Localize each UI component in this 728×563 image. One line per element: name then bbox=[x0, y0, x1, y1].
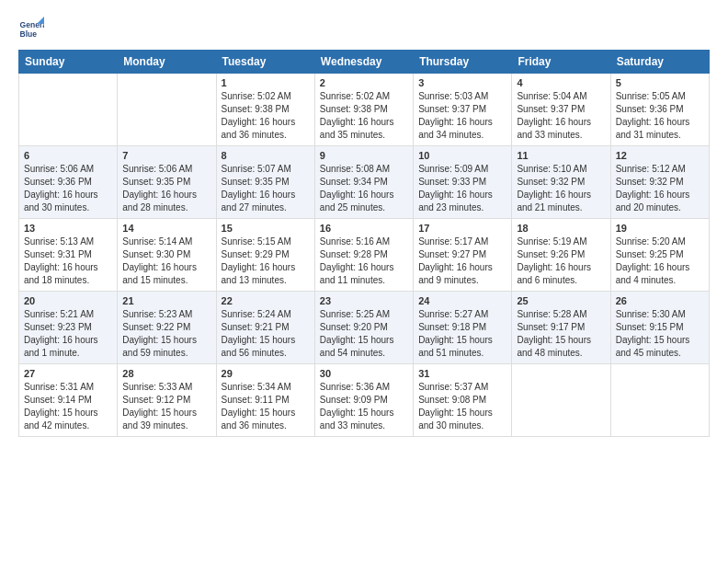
empty-cell bbox=[610, 364, 709, 437]
day-info: Sunrise: 5:34 AM Sunset: 9:11 PM Dayligh… bbox=[222, 381, 310, 432]
day-cell-2: 2Sunrise: 5:02 AM Sunset: 9:38 PM Daylig… bbox=[314, 74, 413, 146]
day-info: Sunrise: 5:06 AM Sunset: 9:36 PM Dayligh… bbox=[24, 163, 112, 214]
day-info: Sunrise: 5:16 AM Sunset: 9:28 PM Dayligh… bbox=[320, 236, 408, 287]
day-info: Sunrise: 5:09 AM Sunset: 9:33 PM Dayligh… bbox=[418, 163, 506, 214]
day-number: 22 bbox=[222, 295, 310, 306]
col-header-wednesday: Wednesday bbox=[314, 51, 413, 74]
day-cell-7: 7Sunrise: 5:06 AM Sunset: 9:35 PM Daylig… bbox=[118, 146, 216, 219]
day-number: 16 bbox=[320, 223, 408, 234]
page: General Blue SundayMondayTuesdayWednesda… bbox=[0, 0, 728, 563]
day-cell-14: 14Sunrise: 5:14 AM Sunset: 9:30 PM Dayli… bbox=[118, 219, 216, 292]
day-cell-6: 6Sunrise: 5:06 AM Sunset: 9:36 PM Daylig… bbox=[19, 146, 118, 219]
day-cell-16: 16Sunrise: 5:16 AM Sunset: 9:28 PM Dayli… bbox=[314, 219, 413, 292]
day-info: Sunrise: 5:30 AM Sunset: 9:15 PM Dayligh… bbox=[616, 308, 704, 360]
day-info: Sunrise: 5:07 AM Sunset: 9:35 PM Dayligh… bbox=[222, 163, 310, 214]
day-cell-3: 3Sunrise: 5:03 AM Sunset: 9:37 PM Daylig… bbox=[414, 74, 512, 146]
day-info: Sunrise: 5:21 AM Sunset: 9:23 PM Dayligh… bbox=[24, 308, 112, 360]
day-info: Sunrise: 5:19 AM Sunset: 9:26 PM Dayligh… bbox=[517, 236, 605, 287]
day-number: 7 bbox=[122, 150, 210, 161]
day-number: 29 bbox=[222, 368, 310, 379]
day-cell-12: 12Sunrise: 5:12 AM Sunset: 9:32 PM Dayli… bbox=[610, 146, 709, 219]
day-cell-25: 25Sunrise: 5:28 AM Sunset: 9:17 PM Dayli… bbox=[512, 292, 610, 364]
day-info: Sunrise: 5:03 AM Sunset: 9:37 PM Dayligh… bbox=[418, 90, 506, 142]
week-row-2: 6Sunrise: 5:06 AM Sunset: 9:36 PM Daylig… bbox=[19, 146, 710, 219]
day-number: 19 bbox=[616, 223, 704, 234]
day-cell-20: 20Sunrise: 5:21 AM Sunset: 9:23 PM Dayli… bbox=[19, 292, 118, 364]
day-info: Sunrise: 5:12 AM Sunset: 9:32 PM Dayligh… bbox=[616, 163, 704, 214]
day-info: Sunrise: 5:13 AM Sunset: 9:31 PM Dayligh… bbox=[24, 236, 112, 287]
day-number: 18 bbox=[517, 223, 605, 234]
day-cell-15: 15Sunrise: 5:15 AM Sunset: 9:29 PM Dayli… bbox=[216, 219, 314, 292]
day-info: Sunrise: 5:27 AM Sunset: 9:18 PM Dayligh… bbox=[418, 308, 506, 360]
logo-icon: General Blue bbox=[18, 17, 44, 42]
day-cell-5: 5Sunrise: 5:05 AM Sunset: 9:36 PM Daylig… bbox=[610, 74, 709, 146]
day-info: Sunrise: 5:20 AM Sunset: 9:25 PM Dayligh… bbox=[616, 236, 704, 287]
day-cell-17: 17Sunrise: 5:17 AM Sunset: 9:27 PM Dayli… bbox=[414, 219, 512, 292]
day-info: Sunrise: 5:05 AM Sunset: 9:36 PM Dayligh… bbox=[616, 90, 704, 142]
day-cell-31: 31Sunrise: 5:37 AM Sunset: 9:08 PM Dayli… bbox=[414, 364, 512, 437]
day-info: Sunrise: 5:10 AM Sunset: 9:32 PM Dayligh… bbox=[517, 163, 605, 214]
day-cell-22: 22Sunrise: 5:24 AM Sunset: 9:21 PM Dayli… bbox=[216, 292, 314, 364]
day-cell-26: 26Sunrise: 5:30 AM Sunset: 9:15 PM Dayli… bbox=[610, 292, 709, 364]
day-number: 15 bbox=[222, 223, 310, 234]
empty-cell bbox=[118, 74, 216, 146]
day-number: 17 bbox=[418, 223, 506, 234]
day-number: 2 bbox=[320, 77, 408, 88]
day-number: 23 bbox=[320, 295, 408, 306]
day-number: 24 bbox=[418, 295, 506, 306]
day-cell-28: 28Sunrise: 5:33 AM Sunset: 9:12 PM Dayli… bbox=[118, 364, 216, 437]
calendar-table: SundayMondayTuesdayWednesdayThursdayFrid… bbox=[18, 50, 710, 437]
day-number: 14 bbox=[122, 223, 210, 234]
day-cell-8: 8Sunrise: 5:07 AM Sunset: 9:35 PM Daylig… bbox=[216, 146, 314, 219]
day-info: Sunrise: 5:28 AM Sunset: 9:17 PM Dayligh… bbox=[517, 308, 605, 360]
header-row: SundayMondayTuesdayWednesdayThursdayFrid… bbox=[19, 51, 710, 74]
day-number: 30 bbox=[320, 368, 408, 379]
day-info: Sunrise: 5:24 AM Sunset: 9:21 PM Dayligh… bbox=[222, 308, 310, 360]
day-cell-9: 9Sunrise: 5:08 AM Sunset: 9:34 PM Daylig… bbox=[314, 146, 413, 219]
day-cell-27: 27Sunrise: 5:31 AM Sunset: 9:14 PM Dayli… bbox=[19, 364, 118, 437]
col-header-tuesday: Tuesday bbox=[216, 51, 314, 74]
col-header-friday: Friday bbox=[512, 51, 610, 74]
day-cell-24: 24Sunrise: 5:27 AM Sunset: 9:18 PM Dayli… bbox=[414, 292, 512, 364]
day-number: 11 bbox=[517, 150, 605, 161]
day-number: 21 bbox=[122, 295, 210, 306]
day-cell-13: 13Sunrise: 5:13 AM Sunset: 9:31 PM Dayli… bbox=[19, 219, 118, 292]
day-info: Sunrise: 5:14 AM Sunset: 9:30 PM Dayligh… bbox=[122, 236, 210, 287]
week-row-4: 20Sunrise: 5:21 AM Sunset: 9:23 PM Dayli… bbox=[19, 292, 710, 364]
day-info: Sunrise: 5:17 AM Sunset: 9:27 PM Dayligh… bbox=[418, 236, 506, 287]
day-info: Sunrise: 5:36 AM Sunset: 9:09 PM Dayligh… bbox=[320, 381, 408, 432]
col-header-thursday: Thursday bbox=[414, 51, 512, 74]
day-cell-30: 30Sunrise: 5:36 AM Sunset: 9:09 PM Dayli… bbox=[314, 364, 413, 437]
week-row-1: 1Sunrise: 5:02 AM Sunset: 9:38 PM Daylig… bbox=[19, 74, 710, 146]
day-number: 27 bbox=[24, 368, 112, 379]
day-info: Sunrise: 5:04 AM Sunset: 9:37 PM Dayligh… bbox=[517, 90, 605, 142]
empty-cell bbox=[19, 74, 118, 146]
day-number: 6 bbox=[24, 150, 112, 161]
day-number: 8 bbox=[222, 150, 310, 161]
day-cell-21: 21Sunrise: 5:23 AM Sunset: 9:22 PM Dayli… bbox=[118, 292, 216, 364]
logo: General Blue bbox=[18, 17, 44, 42]
day-number: 3 bbox=[418, 77, 506, 88]
day-info: Sunrise: 5:33 AM Sunset: 9:12 PM Dayligh… bbox=[122, 381, 210, 432]
day-info: Sunrise: 5:37 AM Sunset: 9:08 PM Dayligh… bbox=[418, 381, 506, 432]
day-number: 10 bbox=[418, 150, 506, 161]
week-row-5: 27Sunrise: 5:31 AM Sunset: 9:14 PM Dayli… bbox=[19, 364, 710, 437]
day-number: 9 bbox=[320, 150, 408, 161]
day-number: 31 bbox=[418, 368, 506, 379]
day-info: Sunrise: 5:02 AM Sunset: 9:38 PM Dayligh… bbox=[222, 90, 310, 142]
day-number: 12 bbox=[616, 150, 704, 161]
day-info: Sunrise: 5:15 AM Sunset: 9:29 PM Dayligh… bbox=[222, 236, 310, 287]
col-header-sunday: Sunday bbox=[19, 51, 118, 74]
svg-text:Blue: Blue bbox=[20, 29, 38, 39]
header: General Blue bbox=[18, 17, 710, 42]
day-number: 5 bbox=[616, 77, 704, 88]
day-info: Sunrise: 5:08 AM Sunset: 9:34 PM Dayligh… bbox=[320, 163, 408, 214]
day-number: 1 bbox=[222, 77, 310, 88]
day-info: Sunrise: 5:25 AM Sunset: 9:20 PM Dayligh… bbox=[320, 308, 408, 360]
day-info: Sunrise: 5:23 AM Sunset: 9:22 PM Dayligh… bbox=[122, 308, 210, 360]
day-cell-1: 1Sunrise: 5:02 AM Sunset: 9:38 PM Daylig… bbox=[216, 74, 314, 146]
col-header-monday: Monday bbox=[118, 51, 216, 74]
week-row-3: 13Sunrise: 5:13 AM Sunset: 9:31 PM Dayli… bbox=[19, 219, 710, 292]
day-cell-18: 18Sunrise: 5:19 AM Sunset: 9:26 PM Dayli… bbox=[512, 219, 610, 292]
empty-cell bbox=[512, 364, 610, 437]
